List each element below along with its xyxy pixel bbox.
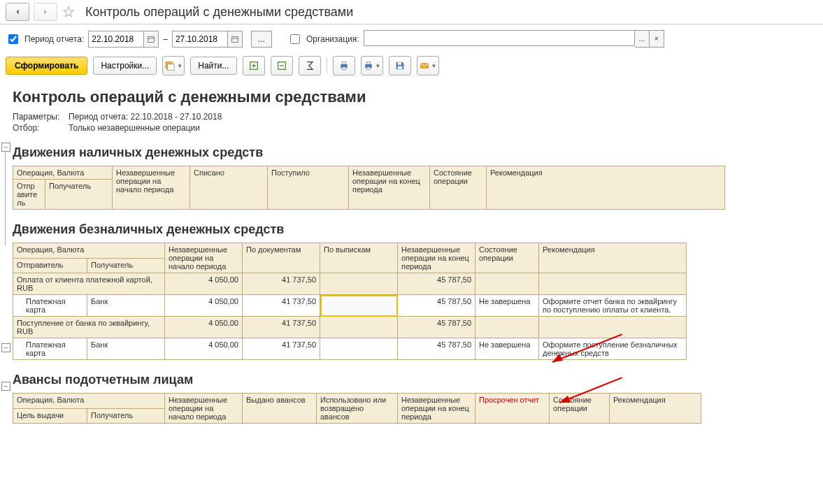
form-report-button[interactable]: Сформировать (6, 57, 87, 75)
find-button[interactable]: Найти... (190, 57, 236, 75)
th2-docs: По документам (243, 243, 320, 273)
th3-rec: Рекомендация (610, 394, 701, 424)
settings-button[interactable]: Настройки... (93, 57, 157, 75)
th-recv: Поступило (268, 166, 349, 210)
r1a-rec: Оформите отчет банка по эквайрингу по по… (539, 295, 687, 317)
r1a-sender: Платежная карта (13, 295, 87, 317)
section2-title: Движения безналичных денежных средств (13, 222, 817, 237)
r2a-rec: Оформите поступление безналичных денежны… (539, 338, 687, 360)
svg-rect-5 (168, 64, 174, 70)
collapse-toggle-2[interactable]: − (1, 343, 10, 352)
date-to-picker-button[interactable] (228, 31, 243, 48)
th-sender: Отпр авите ль (13, 180, 45, 210)
svg-rect-12 (366, 62, 370, 64)
r2a-sender: Платежная карта (13, 338, 87, 360)
r2-v3: 45 787,50 (398, 317, 475, 338)
svg-rect-10 (342, 67, 345, 69)
th3-state: Состояние операции (550, 394, 610, 424)
expand-button[interactable] (243, 56, 265, 75)
variants-button[interactable]: ▼ (162, 56, 185, 75)
meta-params-value: Период отчета: 22.10.2018 - 27.10.2018 (69, 112, 222, 122)
period-choose-button[interactable]: ... (251, 31, 272, 48)
toolbar-separator (327, 58, 327, 73)
th3-unf-end: Незавершенные операции на конец периода (398, 394, 475, 424)
th-written: Списано (190, 166, 268, 210)
r1a-v1: 4 050,00 (165, 295, 243, 317)
th-receiver: Получатель (45, 180, 113, 210)
th3-used: Использовано или возвращено авансов (317, 394, 398, 424)
date-dash: – (163, 34, 168, 44)
r2a-v3: 45 787,50 (398, 338, 475, 360)
th2-stmt: По выпискам (320, 243, 398, 273)
r2-v1: 4 050,00 (165, 317, 243, 338)
meta-params-label: Параметры: (13, 112, 69, 122)
period-label: Период отчета: (24, 34, 84, 44)
advances-table: Операция, Валюта Незавершенные операции … (13, 393, 701, 424)
th3-receiver: Получатель (87, 408, 165, 424)
r1a-receiver: Банк (87, 295, 165, 317)
th2-sender: Отправитель (13, 258, 87, 273)
r1a-v2: 41 737,50 (243, 295, 320, 317)
org-label: Организация: (306, 34, 359, 44)
th3-unf-start: Незавершенные операции на начало периода (165, 394, 243, 424)
r1a-state: Не завершена (475, 295, 539, 317)
date-to-input[interactable] (172, 31, 228, 48)
save-button[interactable] (389, 56, 411, 75)
r2-v2: 41 737,50 (243, 317, 320, 338)
th3-overdue: Просрочен отчет (475, 394, 550, 424)
nav-back-button[interactable] (6, 3, 29, 21)
r1-v1: 4 050,00 (165, 273, 243, 295)
section1-title: Движения наличных денежных средств (13, 145, 817, 160)
th3-issued: Выдано авансов (243, 394, 317, 424)
r2-op: Поступление от банка по эквайрингу, RUB (13, 317, 165, 338)
svg-rect-0 (148, 36, 155, 42)
th-unf-end: Незавершенные операции на конец периода (349, 166, 430, 210)
r2a-v1: 4 050,00 (165, 338, 243, 360)
selected-cell[interactable] (320, 295, 398, 317)
th2-unf-end: Незавершенные операции на конец периода (398, 243, 475, 273)
org-input[interactable] (364, 30, 635, 46)
th3-op: Операция, Валюта (13, 394, 165, 409)
date-from-picker-button[interactable] (144, 31, 159, 48)
r1-v2: 41 737,50 (243, 273, 320, 295)
report-title: Контроль операций с денежными средствами (13, 88, 817, 106)
collapse-toggle-1[interactable]: − (1, 143, 10, 152)
period-checkbox[interactable] (8, 34, 18, 44)
th2-op: Операция, Валюта (13, 243, 165, 259)
th2-rec: Рекомендация (539, 243, 687, 273)
page-title: Контроль операций с денежными средствами (85, 5, 353, 20)
org-clear-button[interactable]: × (650, 30, 664, 48)
org-checkbox[interactable] (290, 34, 300, 44)
meta-filter-value: Только незавершенные операции (69, 123, 200, 133)
cash-table: Операция, Валюта Незавершенные операции … (13, 166, 725, 210)
r2a-receiver: Банк (87, 338, 165, 360)
th2-unf-start: Незавершенные операции на начало периода (165, 243, 243, 273)
favorite-star-icon[interactable] (62, 5, 76, 19)
th-state: Состояние операции (430, 166, 487, 210)
nav-forward-button[interactable] (34, 3, 57, 21)
r2a-state: Не завершена (475, 338, 539, 360)
sum-button[interactable] (299, 56, 321, 75)
th-op: Операция, Валюта (13, 166, 113, 180)
collapse-toggle-3[interactable]: − (1, 382, 10, 391)
date-from-input[interactable] (88, 31, 144, 48)
r1-v3: 45 787,50 (398, 273, 475, 295)
r1a-v3: 45 787,50 (398, 295, 475, 317)
svg-rect-14 (397, 62, 401, 64)
r1-op: Оплата от клиента платежной картой, RUB (13, 273, 165, 295)
th2-state: Состояние операции (475, 243, 539, 273)
tree-line (5, 152, 6, 245)
send-button[interactable]: ▼ (417, 56, 439, 75)
r2a-v2: 41 737,50 (243, 338, 320, 360)
print-button[interactable] (333, 56, 355, 75)
svg-rect-2 (231, 36, 238, 42)
noncash-table: Операция, Валюта Незавершенные операции … (13, 243, 687, 360)
th-rec: Рекомендация (487, 166, 725, 210)
th3-purpose: Цель выдачи (13, 408, 87, 424)
print-menu-button[interactable]: ▼ (361, 56, 383, 75)
svg-rect-13 (366, 67, 370, 69)
section3-title: Авансы подотчетным лицам (13, 373, 817, 387)
meta-filter-label: Отбор: (13, 123, 69, 133)
org-choose-button[interactable]: ... (635, 30, 650, 48)
collapse-button[interactable] (271, 56, 293, 75)
